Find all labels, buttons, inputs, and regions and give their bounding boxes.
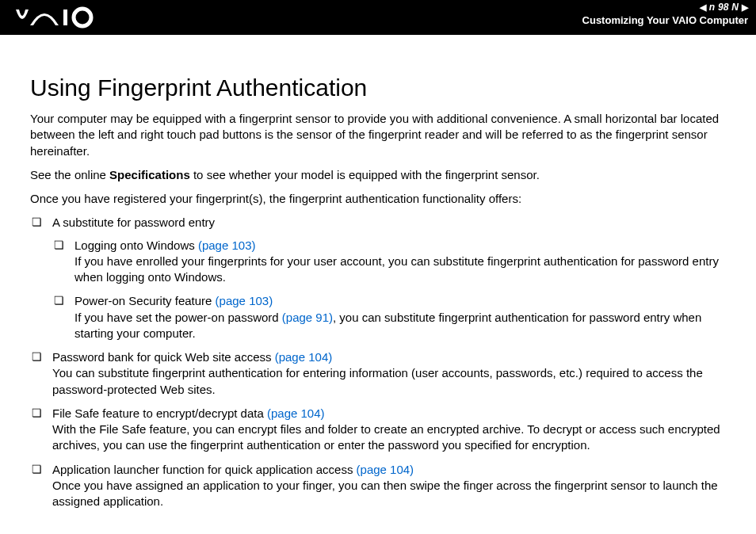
specifications-bold: Specifications <box>109 168 190 181</box>
n-label: n <box>709 2 715 13</box>
item-body: You can substitute fingerprint authentic… <box>52 366 703 395</box>
item-title: File Safe feature to encrypt/decrypt dat… <box>52 406 267 420</box>
page-link[interactable]: (page 104) <box>275 350 333 364</box>
sub-title: Logging onto Windows <box>74 238 198 252</box>
intro-paragraph-3: Once you have registered your fingerprin… <box>30 191 731 207</box>
page-title: Using Fingerprint Authentication <box>30 74 731 101</box>
item-body: With the File Safe feature, you can encr… <box>52 422 720 452</box>
page-nav: ◀ n 98 N ▶ Customizing Your VAIO Compute… <box>582 2 748 26</box>
intro-paragraph-2: See the online Specifications to see whe… <box>30 167 731 183</box>
next-page-icon[interactable]: ▶ <box>742 2 748 13</box>
item-title: Password bank for quick Web site access <box>52 350 275 364</box>
text: See the online <box>30 168 109 181</box>
page-link[interactable]: (page 104) <box>357 463 414 476</box>
intro-paragraph-1: Your computer may be equipped with a fin… <box>30 111 731 159</box>
vaio-logo <box>14 6 101 34</box>
svg-point-1 <box>74 9 91 26</box>
section-title: Customizing Your VAIO Computer <box>582 14 748 26</box>
text: to see whether your model is equipped wi… <box>190 168 540 181</box>
svg-rect-0 <box>63 10 67 25</box>
sub-title: Power-on Security feature <box>74 294 216 307</box>
list-item: A substitute for password entry Logging … <box>30 215 731 341</box>
prev-page-icon[interactable]: ◀ <box>700 2 706 13</box>
list-item: Application launcher function for quick … <box>30 462 731 510</box>
item-title: A substitute for password entry <box>52 216 215 229</box>
list-item: Password bank for quick Web site access … <box>30 349 731 398</box>
page-link[interactable]: (page 103) <box>198 238 256 252</box>
item-body: Once you have assigned an application to… <box>52 479 718 508</box>
list-item: Power-on Security feature (page 103) If … <box>52 293 731 341</box>
list-item: File Safe feature to encrypt/decrypt dat… <box>30 406 731 454</box>
sub-body: If you have set the power-on password <box>74 311 282 324</box>
N-label: N <box>731 2 739 13</box>
sub-body: If you have enrolled your fingerprints f… <box>74 254 719 284</box>
header-bar: ◀ n 98 N ▶ Customizing Your VAIO Compute… <box>0 0 756 35</box>
feature-list: A substitute for password entry Logging … <box>30 215 731 509</box>
page-link[interactable]: (page 104) <box>267 406 325 420</box>
page-link[interactable]: (page 91) <box>282 311 333 324</box>
list-item: Logging onto Windows (page 103) If you h… <box>52 238 731 286</box>
page-content: Using Fingerprint Authentication Your co… <box>0 35 756 509</box>
page-number: 98 <box>718 2 728 13</box>
item-title: Application launcher function for quick … <box>52 463 357 476</box>
page-link[interactable]: (page 103) <box>216 294 273 307</box>
sub-list: Logging onto Windows (page 103) If you h… <box>52 238 731 342</box>
